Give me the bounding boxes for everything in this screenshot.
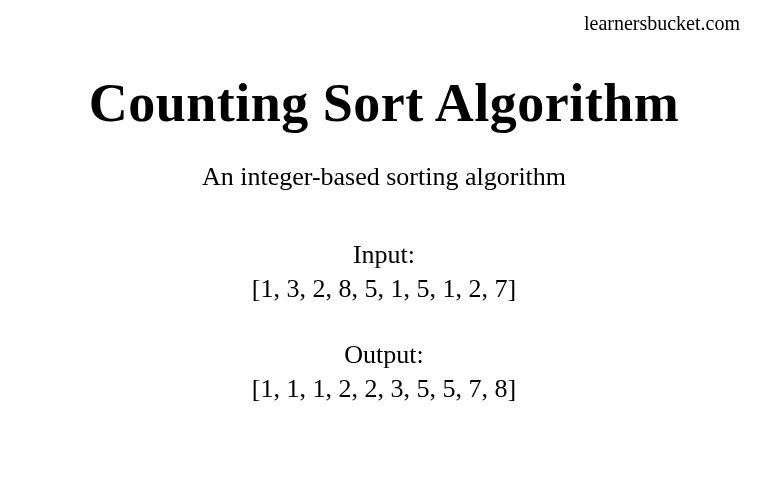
page-subtitle: An integer-based sorting algorithm — [0, 162, 768, 192]
input-value: [1, 3, 2, 8, 5, 1, 5, 1, 2, 7] — [0, 274, 768, 304]
output-label: Output: — [0, 340, 768, 370]
input-label: Input: — [0, 240, 768, 270]
input-block: Input: [1, 3, 2, 8, 5, 1, 5, 1, 2, 7] — [0, 240, 768, 304]
output-value: [1, 1, 1, 2, 2, 3, 5, 5, 7, 8] — [0, 374, 768, 404]
main-content: Counting Sort Algorithm An integer-based… — [0, 0, 768, 404]
output-block: Output: [1, 1, 1, 2, 2, 3, 5, 5, 7, 8] — [0, 340, 768, 404]
brand-label: learnersbucket.com — [584, 12, 740, 35]
page-title: Counting Sort Algorithm — [0, 72, 768, 134]
